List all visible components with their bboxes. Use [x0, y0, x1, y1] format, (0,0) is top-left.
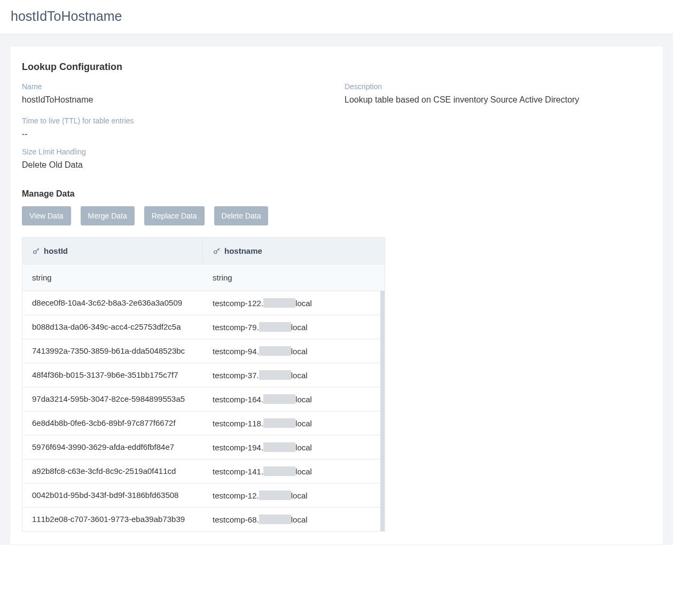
hostname-suffix: local — [295, 395, 312, 404]
delete-data-button[interactable]: Delete Data — [214, 206, 269, 225]
cell-hostname: testcomp-68.local — [203, 508, 385, 531]
hostname-suffix: local — [295, 443, 312, 452]
table-row[interactable]: 0042b01d-95bd-343f-bd9f-3186bfd63508test… — [22, 483, 385, 507]
size-value: Delete Old Data — [22, 160, 328, 170]
size-label: Size Limit Handling — [22, 147, 328, 156]
replace-data-button[interactable]: Replace Data — [144, 206, 205, 225]
config-card: Lookup Configuration Name hostIdToHostna… — [10, 46, 663, 545]
type-cell-hostname: string — [203, 264, 385, 291]
scrollbar[interactable] — [380, 291, 385, 531]
table-row[interactable]: a92b8fc8-c63e-3cfd-8c9c-2519a0f411cdtest… — [22, 459, 385, 483]
hostname-suffix: local — [295, 467, 312, 476]
table-body: d8ece0f8-10a4-3c62-b8a3-2e636a3a0509test… — [22, 291, 385, 531]
page-header: hostIdToHostname — [0, 0, 673, 34]
column-header-hostid[interactable]: hostId — [22, 238, 203, 264]
cell-hostid: 7413992a-7350-3859-b61a-dda5048523bc — [22, 339, 203, 363]
table-type-row: string string — [22, 264, 385, 291]
hostname-prefix: testcomp-118. — [213, 419, 263, 428]
cell-hostname: testcomp-194.local — [203, 435, 385, 459]
lookup-config-heading: Lookup Configuration — [22, 61, 651, 73]
redacted-segment — [259, 322, 291, 332]
hostname-suffix: local — [295, 419, 312, 428]
data-table: hostId hostname string string d8ece0f8-1… — [22, 237, 385, 532]
hostname-suffix: local — [295, 299, 312, 308]
cell-hostname: testcomp-122.local — [203, 291, 385, 315]
redacted-segment — [263, 298, 295, 308]
hostname-suffix: local — [291, 347, 308, 356]
cell-hostid: 5976f694-3990-3629-afda-eddf6fbf84e7 — [22, 435, 203, 459]
redacted-segment — [259, 370, 291, 380]
hostname-prefix: testcomp-164. — [213, 395, 263, 404]
key-icon — [213, 247, 221, 255]
cell-hostid: 48f4f36b-b015-3137-9b6e-351bb175c7f7 — [22, 363, 203, 387]
cell-hostname: testcomp-164.local — [203, 387, 385, 411]
table-row[interactable]: d8ece0f8-10a4-3c62-b8a3-2e636a3a0509test… — [22, 291, 385, 315]
hostname-prefix: testcomp-141. — [213, 467, 263, 476]
table-row[interactable]: 5976f694-3990-3629-afda-eddf6fbf84e7test… — [22, 435, 385, 459]
cell-hostid: 0042b01d-95bd-343f-bd9f-3186bfd63508 — [22, 484, 203, 507]
table-header-row: hostId hostname — [22, 238, 385, 264]
hostname-suffix: local — [291, 371, 308, 380]
description-label: Description — [345, 82, 651, 91]
cell-hostname: testcomp-12.local — [203, 484, 385, 507]
hostname-suffix: local — [291, 323, 308, 332]
hostname-prefix: testcomp-12. — [213, 491, 259, 500]
description-value: Lookup table based on CSE inventory Sour… — [345, 95, 651, 105]
key-icon — [32, 247, 41, 255]
redacted-segment — [263, 466, 295, 476]
cell-hostid: 111b2e08-c707-3601-9773-eba39ab73b39 — [22, 508, 203, 531]
hostname-prefix: testcomp-122. — [213, 299, 263, 308]
page-body: Lookup Configuration Name hostIdToHostna… — [0, 34, 673, 545]
table-row[interactable]: 7413992a-7350-3859-b61a-dda5048523bctest… — [22, 339, 385, 363]
name-label: Name — [22, 82, 328, 91]
table-row[interactable]: 111b2e08-c707-3601-9773-eba39ab73b39test… — [22, 507, 385, 531]
ttl-value: -- — [22, 129, 328, 139]
cell-hostid: d8ece0f8-10a4-3c62-b8a3-2e636a3a0509 — [22, 291, 203, 315]
redacted-segment — [263, 418, 295, 428]
view-data-button[interactable]: View Data — [22, 206, 71, 225]
name-value: hostIdToHostname — [22, 95, 328, 105]
hostname-suffix: local — [291, 491, 308, 500]
table-row[interactable]: 97da3214-595b-3047-82ce-5984899553a5test… — [22, 387, 385, 411]
redacted-segment — [263, 442, 295, 452]
merge-data-button[interactable]: Merge Data — [81, 206, 135, 225]
redacted-segment — [259, 514, 291, 524]
cell-hostname: testcomp-118.local — [203, 411, 385, 435]
redacted-segment — [259, 346, 291, 356]
manage-button-row: View Data Merge Data Replace Data Delete… — [22, 206, 651, 225]
cell-hostname: testcomp-79.local — [203, 315, 385, 339]
redacted-segment — [263, 394, 295, 404]
cell-hostid: 97da3214-595b-3047-82ce-5984899553a5 — [22, 387, 203, 411]
hostname-prefix: testcomp-37. — [213, 371, 259, 380]
cell-hostname: testcomp-141.local — [203, 459, 385, 483]
column-header-hostname-label: hostname — [224, 246, 262, 255]
table-row[interactable]: 6e8d4b8b-0fe6-3cb6-89bf-97c877f6672ftest… — [22, 411, 385, 435]
column-header-hostname[interactable]: hostname — [203, 238, 385, 264]
cell-hostid: b088d13a-da06-349c-acc4-c25753df2c5a — [22, 315, 203, 339]
cell-hostid: 6e8d4b8b-0fe6-3cb6-89bf-97c877f6672f — [22, 411, 203, 435]
type-cell-hostid: string — [22, 264, 203, 291]
hostname-suffix: local — [291, 515, 308, 524]
cell-hostname: testcomp-37.local — [203, 363, 385, 387]
page-title: hostIdToHostname — [11, 9, 662, 24]
column-header-hostid-label: hostId — [44, 246, 68, 255]
table-row[interactable]: 48f4f36b-b015-3137-9b6e-351bb175c7f7test… — [22, 363, 385, 387]
ttl-label: Time to live (TTL) for table entries — [22, 116, 328, 125]
redacted-segment — [259, 490, 291, 500]
cell-hostname: testcomp-94.local — [203, 339, 385, 363]
hostname-prefix: testcomp-79. — [213, 323, 259, 332]
hostname-prefix: testcomp-94. — [213, 347, 259, 356]
table-row[interactable]: b088d13a-da06-349c-acc4-c25753df2c5atest… — [22, 315, 385, 339]
hostname-prefix: testcomp-194. — [213, 443, 263, 452]
manage-data-heading: Manage Data — [22, 189, 651, 199]
cell-hostid: a92b8fc8-c63e-3cfd-8c9c-2519a0f411cd — [22, 459, 203, 483]
hostname-prefix: testcomp-68. — [213, 515, 259, 524]
